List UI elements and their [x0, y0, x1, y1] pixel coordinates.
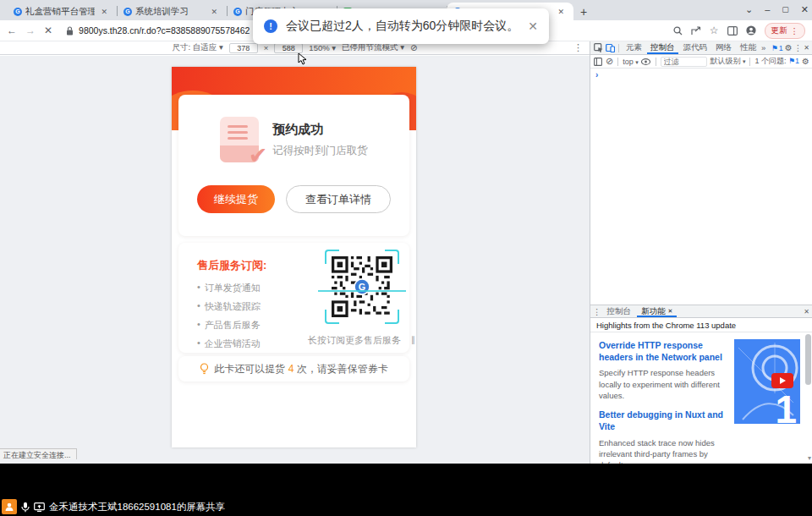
- screen-share-label: 金禾通技术王斌18662591081的屏幕共享: [49, 501, 225, 513]
- notification-close-icon[interactable]: ✕: [528, 19, 538, 33]
- issues-counter[interactable]: 1 个问题: ⚑1: [754, 56, 799, 67]
- live-expression-eye-icon[interactable]: [641, 57, 651, 67]
- device-viewport: ✔ 预约成功 记得按时到门店取货 继续提货 查看订单详情: [172, 67, 416, 447]
- console-context-select[interactable]: top ▾: [623, 58, 639, 66]
- drawer-tab-whats-new[interactable]: 新功能✕: [637, 305, 677, 317]
- console-settings-icon[interactable]: ⚙: [802, 57, 809, 66]
- times-label: ×: [264, 43, 269, 52]
- viewport-height-input[interactable]: [274, 43, 303, 53]
- tab-title: 礼盒营销平台管理中心: [25, 6, 95, 18]
- meeting-notification: ! 会议已超过2人，自动转为60分钟限时会议。 ✕: [253, 8, 549, 44]
- tab-gift-platform[interactable]: G 礼盒营销平台管理中心 ✕: [7, 3, 117, 20]
- notification-text: 会议已超过2人，自动转为60分钟限时会议。: [286, 19, 521, 34]
- devtools-panel: 元素 控制台 源代码 网络 性能 » ⚑1 ⚙ ⋮ ✕ ⊘ top ▾: [590, 41, 812, 464]
- console-prompt-icon: ›: [595, 70, 598, 80]
- devtools-tab-bar: 元素 控制台 源代码 网络 性能 » ⚑1 ⚙ ⋮ ✕: [590, 41, 812, 55]
- back-icon[interactable]: ←: [7, 25, 17, 36]
- new-tab-button[interactable]: +: [573, 3, 594, 20]
- devtools-drawer: ⋮ 控制台 新功能✕ ✕ Highlights from the Chrome …: [590, 305, 812, 464]
- tab-close-icon[interactable]: ✕: [555, 7, 567, 17]
- emulation-background: ✔ 预约成功 记得按时到门店取货 继续提货 查看订单详情: [0, 56, 590, 464]
- tab-close-icon[interactable]: ✕: [98, 7, 110, 17]
- whats-new-link[interactable]: Better debugging in Nuxt and Vite: [599, 409, 726, 432]
- stop-reload-icon[interactable]: ✕: [44, 25, 52, 36]
- drawer-menu-icon[interactable]: ⋮: [593, 307, 601, 316]
- devtools-settings-icon[interactable]: ⚙: [785, 43, 793, 52]
- tab-network[interactable]: 网络: [712, 41, 735, 54]
- window-close-icon[interactable]: ✕: [801, 4, 809, 15]
- tab-training[interactable]: G 系统培训学习 ✕: [117, 3, 227, 20]
- throttle-off-icon: ⊘: [410, 43, 417, 52]
- sharer-avatar: [2, 499, 17, 514]
- continue-pickup-button[interactable]: 继续提货: [197, 185, 275, 213]
- pickup-tip-text: 此卡还可以提货 4 次，请妥善保管券卡: [214, 362, 387, 376]
- after-sales-card: 售后服务订阅: •订单发货通知 •快递轨迹跟踪 •产品售后服务 •企业营销活动: [178, 243, 409, 353]
- drawer-close-icon[interactable]: ✕: [804, 308, 809, 316]
- tab-favicon: G: [233, 8, 242, 16]
- success-subtitle: 记得按时到门店取货: [272, 144, 368, 158]
- viewport-resize-handle-right[interactable]: ∥: [411, 335, 416, 344]
- zoom-select[interactable]: 150% ▾: [309, 43, 336, 52]
- tab-close-icon[interactable]: ✕: [208, 7, 220, 17]
- device-toolbar-toggle-icon[interactable]: [605, 43, 615, 53]
- update-more-icon[interactable]: ⋮: [791, 26, 799, 36]
- window-menu-icon[interactable]: ⌄: [745, 4, 753, 15]
- more-tabs-icon[interactable]: »: [761, 43, 765, 52]
- drawer-tab-bar: ⋮ 控制台 新功能✕ ✕: [590, 305, 812, 318]
- console-sidebar-icon[interactable]: [593, 57, 603, 67]
- pickup-tip-card: 此卡还可以提货 4 次，请妥善保管券卡: [178, 356, 409, 382]
- lock-icon: [66, 26, 74, 36]
- browser-window: G 礼盒营销平台管理中心 ✕ G 系统培训学习 ✕ G 门店管理中心 ✕ ✕ +: [0, 0, 812, 464]
- whats-new-thumbnail[interactable]: 1: [734, 339, 800, 424]
- booking-success-card: ✔ 预约成功 记得按时到门店取货 继续提货 查看订单详情: [178, 95, 409, 236]
- tab-console[interactable]: 控制台: [647, 41, 678, 54]
- bulb-icon: [200, 363, 209, 375]
- tab-sources[interactable]: 源代码: [680, 41, 711, 54]
- tab-performance[interactable]: 性能: [737, 41, 760, 54]
- bookmark-star-icon[interactable]: ☆: [710, 25, 719, 36]
- tab-favicon: G: [14, 8, 22, 16]
- profile-avatar-icon[interactable]: [746, 25, 756, 36]
- log-level-select[interactable]: 默认级别 ▾: [710, 56, 745, 67]
- console-filter-input[interactable]: [661, 57, 708, 67]
- order-document-icon: ✔: [220, 117, 259, 162]
- device-toolbar-more-icon[interactable]: ⋮: [573, 42, 583, 53]
- zoom-icon[interactable]: [673, 26, 683, 36]
- view-order-button[interactable]: 查看订单详情: [286, 185, 391, 213]
- info-icon: !: [264, 19, 277, 33]
- side-panel-icon[interactable]: [727, 26, 738, 36]
- mouse-cursor: [298, 52, 307, 65]
- forward-icon[interactable]: →: [25, 25, 36, 36]
- devtools-menu-icon[interactable]: ⋮: [794, 43, 803, 52]
- inspect-element-icon[interactable]: [593, 43, 603, 53]
- devtools-close-icon[interactable]: ✕: [804, 44, 809, 52]
- thumbnail-number: 1: [775, 390, 797, 424]
- drawer-tab-console[interactable]: 控制台: [603, 305, 636, 317]
- url-text: 9800ys.th28.cn/r.do?c=8385889075578462: [79, 25, 250, 36]
- window-minimize-icon[interactable]: –: [765, 4, 770, 14]
- viewport-width-input[interactable]: [229, 43, 258, 53]
- whats-new-link[interactable]: Override HTTP response headers in the Ne…: [599, 339, 726, 363]
- chrome-update-button[interactable]: 更新 ⋮: [765, 23, 806, 39]
- whats-new-header: Highlights from the Chrome 113 update: [590, 318, 812, 332]
- whats-new-content: Override HTTP response headers in the Ne…: [590, 332, 812, 464]
- share-icon[interactable]: [691, 26, 701, 36]
- subscribe-qr-code[interactable]: G: [325, 250, 399, 324]
- window-maximize-icon[interactable]: ▢: [782, 5, 789, 14]
- whats-new-desc: Specify HTTP response headers locally to…: [599, 367, 726, 401]
- drawer-scrollbar-thumb[interactable]: [805, 334, 811, 385]
- drawer-scroll-arrow-icon[interactable]: ▾: [808, 454, 811, 462]
- youtube-play-icon[interactable]: [771, 373, 793, 388]
- issues-badge[interactable]: ⚑1: [771, 44, 783, 52]
- whats-new-desc: Enhanced stack trace now hides irrelevan…: [599, 437, 726, 464]
- clear-console-icon[interactable]: ⊘: [606, 56, 613, 67]
- success-title: 预约成功: [272, 122, 368, 138]
- drawer-tab-close-icon[interactable]: ✕: [668, 308, 673, 315]
- microphone-icon: [21, 502, 30, 513]
- tab-elements[interactable]: 元素: [623, 41, 645, 54]
- qr-scan-line: [318, 290, 406, 292]
- qr-code-image: G: [332, 256, 392, 317]
- console-output-area[interactable]: ›: [590, 69, 812, 305]
- dimensions-select[interactable]: 尺寸: 自适应 ▾: [173, 42, 223, 53]
- browser-status-text: 正在建立安全连接...: [0, 448, 77, 459]
